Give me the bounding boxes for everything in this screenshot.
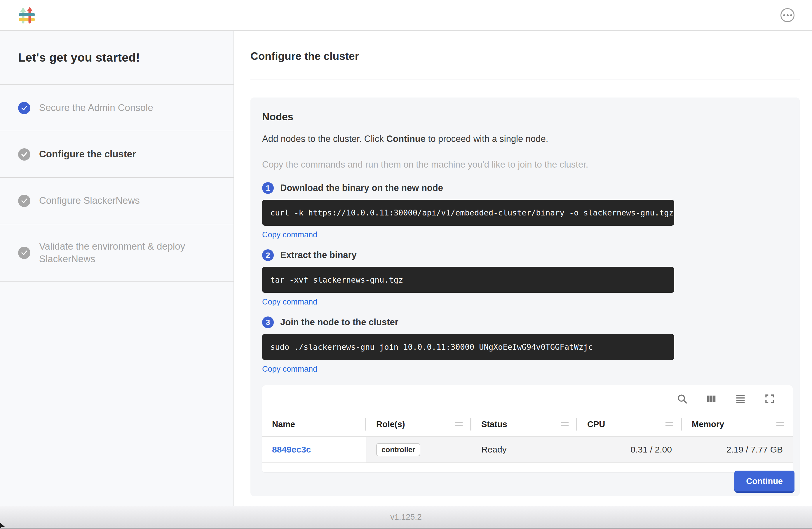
copy-command-link[interactable]: Copy command — [262, 364, 317, 374]
table-header-row: Name Role(s) Status CPU — [262, 412, 793, 436]
copy-commands-hint: Copy the commands and run them on the ma… — [262, 159, 788, 170]
command-step-1-header: 1 Download the binary on the new node — [262, 182, 788, 194]
node-name-link[interactable]: 8849ec3c — [272, 445, 311, 455]
table-toolbar — [262, 385, 793, 412]
step-number-badge: 1 — [262, 182, 274, 194]
node-name-cell: 8849ec3c — [262, 437, 366, 462]
node-memory-cell: 2.19 / 7.77 GB — [682, 437, 793, 462]
main-panel: Configure the cluster Nodes Add nodes to… — [234, 31, 812, 506]
columns-icon[interactable] — [706, 393, 717, 404]
mouse-cursor — [0, 523, 6, 528]
memory-value: 2.19 / 7.77 GB — [726, 445, 783, 455]
node-status-cell: Ready — [472, 437, 577, 462]
command-step-3-header: 3 Join the node to the cluster — [262, 316, 788, 328]
version-label: v1.125.2 — [390, 512, 421, 522]
column-header-cpu[interactable]: CPU — [577, 412, 682, 436]
column-menu-icon[interactable] — [777, 422, 784, 426]
ellipsis-icon — [783, 14, 785, 16]
content-area: Let's get you started! Secure the Admin … — [0, 31, 812, 506]
continue-button[interactable]: Continue — [734, 471, 795, 491]
density-icon[interactable] — [735, 393, 746, 404]
check-circle-icon — [18, 148, 30, 160]
column-header-status[interactable]: Status — [472, 412, 577, 436]
command-step-title: Download the binary on the new node — [280, 183, 443, 193]
command-step-title: Join the node to the cluster — [280, 317, 398, 328]
sidebar-item-configure-cluster[interactable]: Configure the cluster — [0, 131, 233, 178]
ellipsis-menu-button[interactable] — [781, 8, 795, 22]
cpu-value: 0.31 / 2.00 — [630, 445, 672, 455]
page-title: Configure the cluster — [250, 50, 800, 62]
status-value: Ready — [481, 445, 507, 455]
command-box-download[interactable]: curl -k https://10.0.0.11:30000/api/v1/e… — [262, 200, 674, 226]
step-number-badge: 3 — [262, 316, 274, 328]
nodes-card-title: Nodes — [262, 111, 788, 123]
table-footer-spacer — [262, 463, 793, 472]
sidebar-item-label: Configure SlackerNews — [39, 195, 140, 207]
check-circle-icon — [18, 102, 30, 114]
column-menu-icon[interactable] — [455, 422, 463, 426]
search-icon[interactable] — [677, 393, 688, 404]
column-header-memory[interactable]: Memory — [682, 412, 793, 436]
top-bar — [0, 0, 812, 31]
copy-command-link[interactable]: Copy command — [262, 230, 317, 239]
node-cpu-cell: 0.31 / 2.00 — [577, 437, 682, 462]
command-step-2-header: 2 Extract the binary — [262, 249, 788, 261]
sidebar-header: Let's get you started! — [0, 31, 233, 85]
fullscreen-icon[interactable] — [764, 393, 775, 404]
role-chip: controller — [376, 443, 420, 456]
nodes-card: Nodes Add nodes to the cluster. Click Co… — [250, 98, 800, 496]
table-row: 8849ec3c controller Ready 0.31 / 2.00 2.… — [262, 436, 793, 463]
sidebar-title: Let's get you started! — [18, 51, 140, 65]
sidebar-item-validate-deploy[interactable]: Validate the environment & deploy Slacke… — [0, 224, 233, 282]
command-box-join[interactable]: sudo ./slackernews-gnu join 10.0.0.11:30… — [262, 334, 674, 360]
column-header-name[interactable]: Name — [262, 412, 366, 436]
column-menu-icon[interactable] — [561, 422, 569, 426]
step-number-badge: 2 — [262, 249, 274, 261]
slackernews-logo-icon — [18, 6, 35, 24]
sidebar-item-label: Secure the Admin Console — [39, 102, 153, 114]
sidebar-item-configure-slackernews[interactable]: Configure SlackerNews — [0, 178, 233, 224]
title-divider — [250, 79, 800, 80]
command-box-extract[interactable]: tar -xvf slackernews-gnu.tgz — [262, 267, 674, 293]
node-roles-cell: controller — [366, 437, 472, 462]
sidebar-item-secure-admin-console[interactable]: Secure the Admin Console — [0, 85, 233, 131]
sidebar-item-label: Validate the environment & deploy Slacke… — [39, 240, 203, 266]
column-header-roles[interactable]: Role(s) — [366, 412, 472, 436]
copy-command-link[interactable]: Copy command — [262, 298, 317, 306]
nodes-intro-text: Add nodes to the cluster. Click Continue… — [262, 134, 788, 144]
footer: v1.125.2 — [0, 506, 812, 529]
sidebar-item-label: Configure the cluster — [39, 148, 136, 160]
setup-steps-sidebar: Let's get you started! Secure the Admin … — [0, 31, 234, 506]
check-circle-icon — [18, 247, 30, 259]
check-circle-icon — [18, 195, 30, 207]
column-menu-icon[interactable] — [666, 422, 673, 426]
nodes-table-panel: Name Role(s) Status CPU — [262, 385, 793, 472]
command-step-title: Extract the binary — [280, 250, 357, 260]
